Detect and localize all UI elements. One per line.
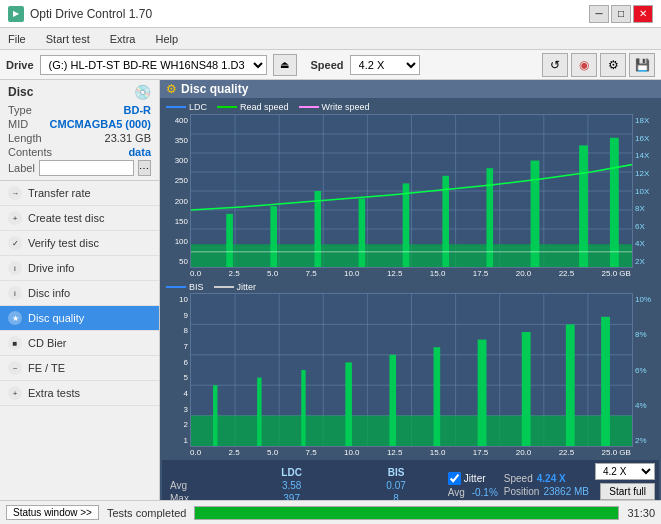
app-title: Opti Drive Control 1.70: [30, 7, 152, 21]
progress-bar-container: [194, 506, 619, 520]
disc-label-row: Label ⋯: [8, 160, 151, 176]
avg-ldc: 3.58: [233, 479, 350, 492]
drive-select[interactable]: (G:) HL-DT-ST BD-RE WH16NS48 1.D3: [40, 55, 267, 75]
settings-button[interactable]: ⚙: [600, 53, 626, 77]
svg-rect-17: [226, 214, 233, 267]
jitter-checkbox-row: Jitter: [448, 472, 498, 485]
nav-create-test-disc[interactable]: + Create test disc: [0, 206, 159, 231]
nav-cd-bier[interactable]: ■ CD Bier: [0, 331, 159, 356]
speed-label: Speed: [311, 59, 344, 71]
nav-verify-test-disc[interactable]: ✓ Verify test disc: [0, 231, 159, 256]
legend-ldc: LDC: [166, 102, 207, 112]
color-button[interactable]: ◉: [571, 53, 597, 77]
nav-disc-info[interactable]: i Disc info: [0, 281, 159, 306]
disc-icon: 💿: [134, 84, 151, 100]
speed-info-section: Speed 4.24 X Position 23862 MB Samples 3…: [504, 473, 589, 500]
stats-max-row: Max 397 8: [166, 492, 442, 501]
maximize-button[interactable]: □: [611, 5, 631, 23]
nav-icon-disc-quality: ★: [8, 311, 22, 325]
nav-icon-extra-tests: +: [8, 386, 22, 400]
disc-panel-header: Disc 💿: [8, 84, 151, 100]
max-ldc: 397: [233, 492, 350, 501]
content-area: ⚙ Disc quality LDC Read speed: [160, 80, 661, 500]
bis-color: [166, 286, 186, 288]
disc-contents-key: Contents: [8, 146, 52, 158]
nav-drive-info[interactable]: i Drive info: [0, 256, 159, 281]
disc-section-label: Disc: [8, 85, 33, 99]
svg-rect-50: [566, 324, 575, 446]
minimize-button[interactable]: ─: [589, 5, 609, 23]
refresh-button[interactable]: ↺: [542, 53, 568, 77]
speed-key: Speed: [504, 473, 533, 484]
jitter-section: Jitter Avg -0.1% Max 0.0%: [448, 472, 498, 500]
stats-table: LDC BIS Avg 3.58 0.07: [166, 466, 442, 501]
disc-label-key: Label: [8, 162, 35, 174]
legend-read-speed: Read speed: [217, 102, 289, 112]
save-button[interactable]: 💾: [629, 53, 655, 77]
speed-select[interactable]: 4.2 X: [350, 55, 420, 75]
disc-contents-val: data: [128, 146, 151, 158]
menu-extra[interactable]: Extra: [106, 32, 140, 46]
start-full-button[interactable]: Start full: [600, 483, 655, 500]
speed-dropdown[interactable]: 4.2 X: [595, 463, 655, 480]
top-chart-svg: [191, 115, 632, 267]
svg-rect-45: [345, 362, 352, 446]
stats-header-ldc: LDC: [233, 466, 350, 479]
disc-label-input[interactable]: [39, 160, 134, 176]
nav-icon-drive-info: i: [8, 261, 22, 275]
top-chart-svg-container: [190, 114, 633, 268]
nav-label-disc-quality: Disc quality: [28, 312, 84, 324]
drive-label: Drive: [6, 59, 34, 71]
avg-bis: 0.07: [350, 479, 442, 492]
titlebar-left: ▶ Opti Drive Control 1.70: [8, 6, 152, 22]
toolbar: Drive (G:) HL-DT-ST BD-RE WH16NS48 1.D3 …: [0, 50, 661, 80]
menu-start-test[interactable]: Start test: [42, 32, 94, 46]
samples-key: Samples: [504, 499, 543, 500]
nav-disc-quality[interactable]: ★ Disc quality: [0, 306, 159, 331]
close-button[interactable]: ✕: [633, 5, 653, 23]
status-window-button[interactable]: Status window >>: [6, 505, 99, 520]
nav-label-create-test: Create test disc: [28, 212, 104, 224]
controls-section: 4.2 X Start full Start part: [595, 463, 655, 500]
legend-write-speed: Write speed: [299, 102, 370, 112]
charts-container: LDC Read speed Write speed: [160, 98, 661, 500]
nav-label-disc-info: Disc info: [28, 287, 70, 299]
svg-rect-49: [522, 332, 531, 446]
jitter-color: [214, 286, 234, 288]
svg-rect-48: [478, 340, 487, 446]
menu-help[interactable]: Help: [151, 32, 182, 46]
nav-transfer-rate[interactable]: → Transfer rate: [0, 181, 159, 206]
disc-label-browse-btn[interactable]: ⋯: [138, 160, 151, 176]
jitter-label-text: Jitter: [464, 473, 486, 484]
toolbar-icons: ↺ ◉ ⚙ 💾: [542, 53, 655, 77]
bottom-y-right: 10% 8% 6% 4% 2%: [633, 293, 659, 447]
top-x-labels: 0.0 2.5 5.0 7.5 10.0 12.5 15.0 17.5 20.0…: [162, 268, 659, 279]
menu-file[interactable]: File: [4, 32, 30, 46]
jitter-avg-row: Avg -0.1%: [448, 487, 498, 498]
status-time: 31:30: [627, 507, 655, 519]
stats-avg-row: Avg 3.58 0.07: [166, 479, 442, 492]
bottom-chart-container: BIS Jitter 10 9 8: [162, 281, 659, 458]
svg-rect-42: [213, 385, 217, 446]
bottom-x-labels: 0.0 2.5 5.0 7.5 10.0 12.5 15.0 17.5 20.0…: [162, 447, 659, 458]
nav-fe-te[interactable]: ~ FE / TE: [0, 356, 159, 381]
samples-val: 376440: [547, 499, 580, 500]
nav-extra-tests[interactable]: + Extra tests: [0, 381, 159, 406]
svg-rect-43: [257, 378, 261, 446]
eject-button[interactable]: ⏏: [273, 54, 297, 76]
svg-rect-47: [434, 347, 441, 446]
stats-row: LDC BIS Avg 3.58 0.07: [162, 460, 659, 500]
nav-label-transfer-rate: Transfer rate: [28, 187, 91, 199]
position-val: 23862 MB: [543, 486, 589, 497]
position-row: Position 23862 MB: [504, 486, 589, 497]
bottom-chart-svg: [191, 294, 632, 446]
menubar: File Start test Extra Help: [0, 28, 661, 50]
bottom-chart-legend: BIS Jitter: [162, 281, 659, 293]
disc-length-row: Length 23.31 GB: [8, 132, 151, 144]
max-bis: 8: [350, 492, 442, 501]
disc-length-key: Length: [8, 132, 42, 144]
bottom-chart-inner: 10 9 8 7 6 5 4 3 2 1: [162, 293, 659, 447]
nav-label-cd-bier: CD Bier: [28, 337, 67, 349]
jitter-checkbox[interactable]: [448, 472, 461, 485]
nav-icon-create-test: +: [8, 211, 22, 225]
